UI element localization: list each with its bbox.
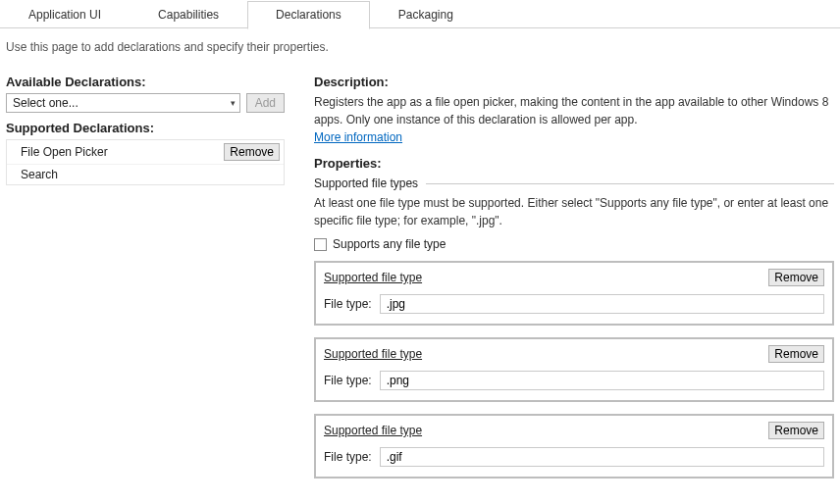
tab-label: Declarations <box>276 8 341 22</box>
available-declarations-select[interactable]: Select one... ▾ <box>6 93 240 113</box>
description-text: Registers the app as a file open picker,… <box>314 93 834 128</box>
file-type-input[interactable] <box>380 447 824 467</box>
file-type-label: File type: <box>324 374 372 387</box>
file-type-block: Supported file type Remove File type: <box>314 337 834 402</box>
tab-capabilities[interactable]: Capabilities <box>130 1 247 28</box>
file-type-block-title: Supported file type <box>324 424 422 437</box>
tab-application-ui[interactable]: Application UI <box>0 1 130 28</box>
chevron-down-icon: ▾ <box>231 98 236 108</box>
available-declarations-heading: Available Declarations: <box>6 75 285 89</box>
remove-declaration-button[interactable]: Remove <box>224 143 280 161</box>
properties-heading: Properties: <box>314 156 834 171</box>
file-type-block-title: Supported file type <box>324 347 422 361</box>
declaration-label: File Open Picker <box>21 145 108 159</box>
remove-file-type-button[interactable]: Remove <box>768 422 824 439</box>
more-information-link[interactable]: More information <box>314 130 402 144</box>
supported-declarations-heading: Supported Declarations: <box>6 121 285 135</box>
remove-file-type-button[interactable]: Remove <box>768 269 824 286</box>
file-type-block: Supported file type Remove File type: <box>314 414 834 479</box>
tab-strip: Application UI Capabilities Declarations… <box>0 0 840 28</box>
file-type-label: File type: <box>324 450 372 464</box>
supports-any-file-type-checkbox[interactable] <box>314 238 327 251</box>
file-type-block: Supported file type Remove File type: <box>314 261 834 326</box>
file-type-input[interactable] <box>380 371 824 390</box>
description-heading: Description: <box>314 75 834 89</box>
section-title: Supported file types <box>314 176 418 190</box>
declaration-item[interactable]: File Open Picker Remove <box>7 140 284 165</box>
supports-any-file-type-label: Supports any file type <box>333 237 446 251</box>
select-value: Select one... <box>13 96 79 110</box>
remove-file-type-button[interactable]: Remove <box>768 345 824 363</box>
section-help-text: At least one file type must be supported… <box>314 194 834 229</box>
declaration-item[interactable]: Search <box>7 165 284 184</box>
add-button[interactable]: Add <box>246 93 285 113</box>
tab-packaging[interactable]: Packaging <box>370 1 482 28</box>
file-type-block-title: Supported file type <box>324 271 422 284</box>
tab-label: Application UI <box>28 8 101 22</box>
declaration-label: Search <box>21 168 58 181</box>
supported-declarations-list: File Open Picker Remove Search <box>6 139 285 185</box>
tab-label: Packaging <box>398 8 453 22</box>
file-type-input[interactable] <box>380 294 824 314</box>
divider <box>426 183 834 184</box>
page-hint: Use this page to add declarations and sp… <box>0 28 840 69</box>
tab-declarations[interactable]: Declarations <box>247 1 370 29</box>
tab-label: Capabilities <box>158 8 219 22</box>
file-type-label: File type: <box>324 297 372 311</box>
